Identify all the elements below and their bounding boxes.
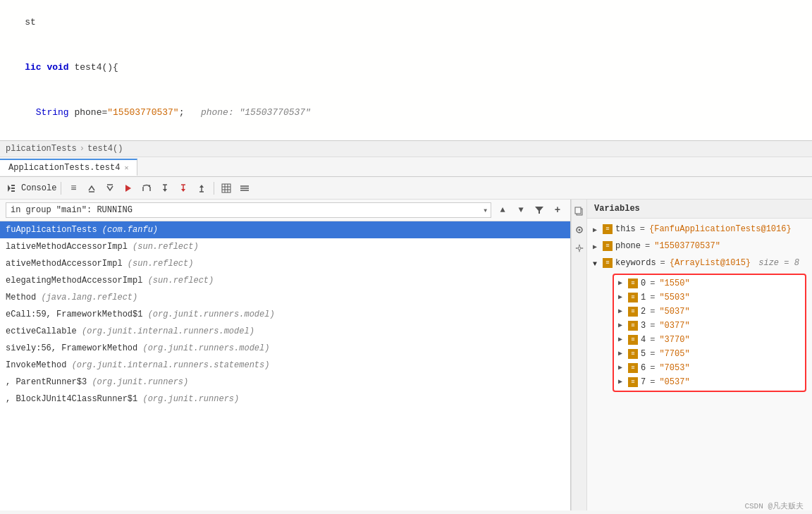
- var-item-this: ▶ ≡ this = {FanfuApplicationTests@1016}: [587, 221, 812, 238]
- code-line-3: String phone="15503770537"; phone: "1550…: [0, 90, 812, 135]
- layout-btn[interactable]: [237, 180, 252, 196]
- tab-applicationtests[interactable]: ApplicationTests.test4 ✕: [0, 159, 137, 176]
- thread-item-8[interactable]: sively:56, FrameworkMethod (org.junit.ru…: [0, 340, 570, 357]
- arr-expand-0[interactable]: ▶: [618, 277, 625, 290]
- svg-marker-24: [535, 207, 543, 214]
- thread-class-1: (com.fanfu): [102, 225, 158, 235]
- thread-item-11[interactable]: , BlockJUnit4ClassRunner$1 (org.junit.ru…: [0, 391, 570, 408]
- svg-rect-2: [11, 188, 15, 189]
- thread-item-2[interactable]: lativeMethodAccessorImpl (sun.reflect): [0, 238, 570, 255]
- var-expand-this[interactable]: ▶: [593, 224, 600, 237]
- toolbar-divider-1: [61, 182, 61, 195]
- thread-class-10: (org.junit.runners): [92, 377, 188, 387]
- thread-class-11: (org.junit.runners): [142, 394, 239, 404]
- tab-close-btn[interactable]: ✕: [124, 164, 128, 172]
- var-equals-keywords: =: [660, 257, 665, 269]
- thread-up-btn[interactable]: ▲: [496, 203, 510, 217]
- force-step-btn[interactable]: [176, 180, 191, 196]
- thread-item-6[interactable]: eCall:59, FrameworkMethod$1 (org.junit.r…: [0, 306, 570, 323]
- step-out-btn[interactable]: [194, 180, 209, 196]
- code-line-1: st: [0, 0, 812, 45]
- arr-value-7: "0537": [659, 376, 689, 388]
- thread-name-4: elegatingMethodAccessorImpl: [6, 276, 142, 286]
- thread-class-8: (org.junit.runners.model): [142, 343, 269, 353]
- arr-icon-0: ≡: [628, 279, 638, 288]
- var-name-phone: phone: [615, 240, 641, 252]
- thread-name-10: , ParentRunner$3: [6, 377, 87, 387]
- breadcrumb-sep: ›: [80, 144, 85, 154]
- svg-marker-14: [199, 185, 204, 188]
- breadcrumb-item-1[interactable]: plicationTests: [6, 144, 77, 154]
- variables-header: Variables: [587, 200, 812, 219]
- arr-index-2: 2: [641, 305, 646, 318]
- thread-down-btn[interactable]: ▼: [514, 203, 528, 217]
- thread-select-wrapper[interactable]: in group "main": RUNNING: [6, 202, 491, 218]
- svg-marker-0: [8, 185, 11, 192]
- copy-icon[interactable]: [573, 205, 586, 218]
- step-into-btn[interactable]: [157, 180, 173, 196]
- arr-expand-4[interactable]: ▶: [618, 334, 625, 346]
- var-icon-this: ≡: [603, 224, 613, 234]
- arr-expand-2[interactable]: ▶: [618, 305, 625, 318]
- svg-rect-1: [11, 185, 15, 186]
- tab-bar: ApplicationTests.test4 ✕: [0, 157, 812, 177]
- thread-item-9[interactable]: InvokeMethod (org.junit.internal.runners…: [0, 357, 570, 374]
- arr-expand-6[interactable]: ▶: [618, 362, 625, 374]
- array-item-0: ▶ ≡ 0 = "1550": [614, 276, 805, 290]
- up-frame-btn[interactable]: [84, 180, 99, 196]
- arr-index-3: 3: [641, 319, 646, 332]
- menu-btn[interactable]: ≡: [66, 180, 81, 196]
- thread-filter-btn[interactable]: [532, 203, 546, 217]
- toolbar: Console ≡: [0, 177, 812, 200]
- thread-item-10[interactable]: , ParentRunner$3 (org.junit.runners): [0, 374, 570, 391]
- thread-class-2: (sun.reflect): [133, 242, 199, 252]
- down-frame-btn[interactable]: [102, 180, 118, 196]
- arr-icon-3: ≡: [628, 321, 638, 331]
- arr-icon-5: ≡: [628, 349, 638, 359]
- thread-item-1[interactable]: fuApplicationTests (com.fanfu): [0, 221, 570, 238]
- thread-item-4[interactable]: elegatingMethodAccessorImpl (sun.reflect…: [0, 272, 570, 289]
- console-label[interactable]: Console: [21, 183, 56, 193]
- step-over-btn[interactable]: [139, 180, 154, 196]
- code-line-2: lic void test4(){: [0, 45, 812, 90]
- resume-btn[interactable]: [121, 180, 136, 196]
- thread-name-1: fuApplicationTests: [6, 225, 97, 235]
- side-icons: [571, 200, 586, 510]
- arr-icon-7: ≡: [628, 377, 638, 387]
- arr-value-3: "0377": [659, 319, 689, 332]
- left-panel: in group "main": RUNNING ▲ ▼ + fuApplica…: [0, 200, 571, 510]
- thread-item-5[interactable]: Method (java.lang.reflect): [0, 289, 570, 306]
- thread-item-7[interactable]: ectiveCallable (org.junit.internal.runne…: [0, 323, 570, 340]
- thread-item-3[interactable]: ativeMethodAccessorImpl (sun.reflect): [0, 255, 570, 272]
- inspect-icon[interactable]: [573, 224, 586, 236]
- svg-rect-3: [11, 190, 15, 192]
- console-icon: [4, 180, 18, 196]
- var-meta-keywords: size = 8: [753, 257, 799, 269]
- thread-list[interactable]: fuApplicationTests (com.fanfu) lativeMet…: [0, 221, 570, 510]
- thread-dropdown[interactable]: in group "main": RUNNING: [6, 202, 491, 218]
- arr-value-1: "5503": [659, 291, 689, 304]
- thread-name-5: Method: [6, 293, 36, 302]
- arr-expand-3[interactable]: ▶: [618, 319, 625, 332]
- arr-expand-1[interactable]: ▶: [618, 291, 625, 304]
- settings-icon[interactable]: [573, 242, 586, 255]
- array-item-5: ▶ ≡ 5 = "7705": [614, 347, 805, 361]
- var-value-phone: "15503770537": [654, 240, 720, 252]
- array-item-6: ▶ ≡ 6 = "7053": [614, 361, 805, 375]
- var-name-keywords: keywords: [615, 257, 656, 269]
- arr-icon-6: ≡: [628, 363, 638, 373]
- var-icon-phone: ≡: [603, 241, 613, 251]
- breadcrumb-item-2[interactable]: test4(): [87, 144, 123, 154]
- arr-expand-5[interactable]: ▶: [618, 348, 625, 360]
- thread-add-btn[interactable]: +: [550, 203, 565, 217]
- arr-expand-7[interactable]: ▶: [618, 376, 625, 388]
- var-expand-keywords[interactable]: ▼: [593, 258, 600, 271]
- thread-name-2: lativeMethodAccessorImpl: [6, 242, 128, 252]
- table-view-btn[interactable]: [219, 180, 234, 196]
- arr-index-6: 6: [641, 362, 646, 374]
- arr-icon-2: ≡: [628, 307, 638, 317]
- variables-list: ▶ ≡ this = {FanfuApplicationTests@1016} …: [587, 219, 812, 510]
- var-icon-keywords: ≡: [603, 258, 613, 268]
- thread-class-6: (org.junit.runners.model): [148, 310, 275, 319]
- var-expand-phone[interactable]: ▶: [593, 241, 600, 254]
